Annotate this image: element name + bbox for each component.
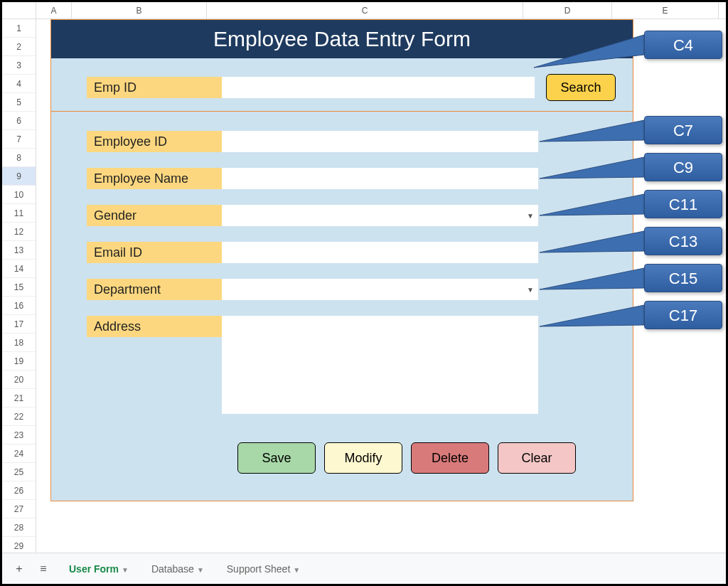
save-button[interactable]: Save	[237, 442, 316, 474]
row-5[interactable]: 5	[2, 93, 36, 112]
label-department: Department	[87, 279, 222, 300]
row-22[interactable]: 22	[2, 407, 36, 426]
row-6[interactable]: 6	[2, 112, 36, 130]
row-17[interactable]: 17	[2, 315, 36, 334]
label-address: Address	[87, 316, 222, 337]
row-14[interactable]: 14	[2, 260, 36, 278]
form-container: Employee Data Entry Form Emp ID Search E…	[50, 19, 633, 501]
column-headers: A B C D E	[2, 2, 726, 19]
row-21[interactable]: 21	[2, 389, 36, 407]
row-18[interactable]: 18	[2, 334, 36, 352]
callout-c7: C7	[644, 116, 722, 144]
form-title: Employee Data Entry Form	[51, 20, 633, 58]
clear-button[interactable]: Clear	[498, 442, 576, 474]
callout-c15: C15	[644, 264, 722, 292]
row-25[interactable]: 25	[2, 463, 36, 481]
sheet-tabs-bar: + ≡ User Form▼ Database▼ Support Sheet▼	[2, 553, 726, 584]
select-gender[interactable]: ▼	[222, 205, 538, 226]
callout-c11: C11	[644, 190, 722, 218]
row-16[interactable]: 16	[2, 297, 36, 315]
col-A[interactable]: A	[36, 2, 72, 18]
row-19[interactable]: 19	[2, 352, 36, 371]
row-24[interactable]: 24	[2, 444, 36, 463]
row-12[interactable]: 12	[2, 223, 36, 241]
col-D[interactable]: D	[523, 2, 612, 18]
callout-c17: C17	[644, 301, 722, 329]
row-10[interactable]: 10	[2, 186, 36, 204]
modify-button[interactable]: Modify	[324, 442, 402, 474]
row-2[interactable]: 2	[2, 38, 36, 56]
callout-c4: C4	[644, 31, 722, 59]
add-sheet-icon[interactable]: +	[9, 559, 29, 579]
row-9[interactable]: 9	[2, 167, 36, 186]
row-23[interactable]: 23	[2, 426, 36, 444]
chevron-down-icon: ▼	[293, 566, 300, 574]
callout-c9: C9	[644, 153, 722, 181]
row-3[interactable]: 3	[2, 56, 36, 75]
row-1[interactable]: 1	[2, 19, 36, 38]
callout-c13: C13	[644, 227, 722, 255]
label-emp-id-search: Emp ID	[87, 77, 222, 98]
search-button[interactable]: Search	[546, 74, 616, 101]
label-employee-name: Employee Name	[87, 168, 222, 189]
row-20[interactable]: 20	[2, 371, 36, 389]
label-employee-id: Employee ID	[87, 131, 222, 152]
col-C[interactable]: C	[207, 2, 523, 18]
divider	[51, 111, 633, 112]
chevron-down-icon: ▼	[122, 566, 129, 574]
row-13[interactable]: 13	[2, 241, 36, 260]
chevron-down-icon: ▼	[527, 212, 534, 220]
row-headers: 1 2 3 4 5 6 7 8 9 10 11 12 13 14 15 16 1…	[2, 19, 36, 553]
row-15[interactable]: 15	[2, 278, 36, 297]
row-7[interactable]: 7	[2, 130, 36, 149]
input-employee-id[interactable]	[222, 131, 538, 152]
col-E[interactable]: E	[612, 2, 719, 18]
all-sheets-icon[interactable]: ≡	[33, 559, 53, 579]
chevron-down-icon: ▼	[197, 566, 204, 574]
delete-button[interactable]: Delete	[411, 442, 489, 474]
label-email: Email ID	[87, 242, 222, 263]
row-26[interactable]: 26	[2, 481, 36, 500]
row-8[interactable]: 8	[2, 149, 36, 167]
input-employee-name[interactable]	[222, 168, 538, 189]
chevron-down-icon: ▼	[527, 286, 534, 294]
textarea-address[interactable]	[222, 316, 538, 414]
row-27[interactable]: 27	[2, 500, 36, 518]
select-department[interactable]: ▼	[222, 279, 538, 300]
row-11[interactable]: 11	[2, 204, 36, 223]
row-4[interactable]: 4	[2, 75, 36, 93]
tab-user-form[interactable]: User Form▼	[58, 553, 140, 585]
label-gender: Gender	[87, 205, 222, 226]
input-emp-id-search[interactable]	[222, 77, 535, 98]
col-B[interactable]: B	[72, 2, 207, 18]
tab-support-sheet[interactable]: Support Sheet▼	[215, 553, 311, 585]
tab-database[interactable]: Database▼	[140, 553, 215, 585]
input-email[interactable]	[222, 242, 538, 263]
row-28[interactable]: 28	[2, 518, 36, 537]
